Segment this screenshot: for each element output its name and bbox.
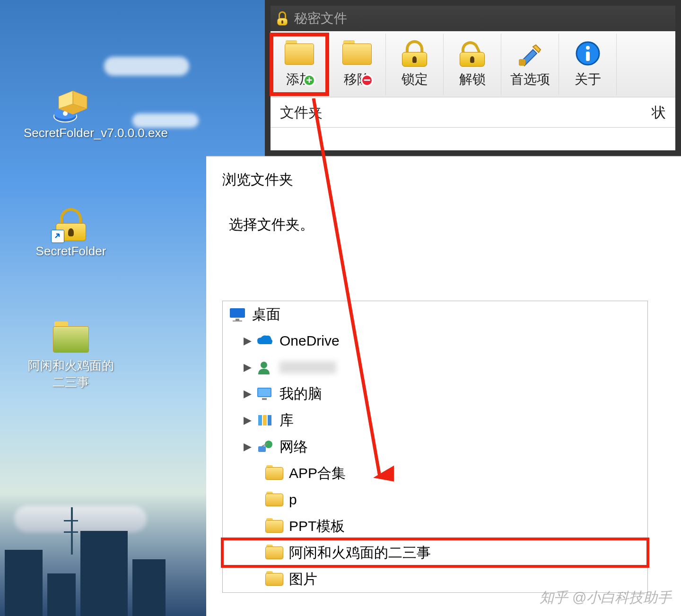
folder-remove-icon: −	[342, 40, 372, 67]
expander-icon[interactable]: ▶	[244, 389, 253, 399]
svg-rect-16	[262, 398, 267, 400]
watermark-text: 知乎 @小白科技助手	[540, 588, 672, 607]
tree-node-label: p	[289, 493, 297, 507]
tools-icon	[515, 40, 545, 67]
tree-item-mypc[interactable]: ▶ 我的脑	[223, 381, 647, 407]
add-button[interactable]: + 添加	[271, 34, 328, 95]
library-icon	[256, 412, 274, 428]
tree-node-label: 图片	[289, 572, 317, 586]
svg-rect-12	[233, 321, 242, 321]
tree-subfolder[interactable]: p	[223, 486, 647, 513]
tree-item-onedrive[interactable]: ▶ OneDrive	[223, 328, 647, 354]
dialog-prompt: 选择文件夹。	[206, 196, 681, 244]
tree-node-label: 桌面	[252, 307, 280, 321]
tree-item-libraries[interactable]: ▶ 库	[223, 407, 647, 434]
tree-subfolder[interactable]: PPT模板	[223, 513, 647, 539]
user-icon	[256, 359, 274, 375]
browse-folder-dialog: 浏览文件夹 选择文件夹。 桌面 ▶ OneDrive ▶ ▶	[206, 156, 681, 616]
button-label: 关于	[575, 70, 601, 88]
monitor-icon	[228, 306, 246, 322]
lock-closed-icon	[400, 40, 429, 67]
prefs-button[interactable]: 首选项	[501, 34, 559, 95]
tree-node-label: PPT模板	[289, 519, 345, 533]
folder-icon	[265, 545, 283, 561]
tree-node-label: 我的脑	[279, 387, 322, 401]
box-installer-icon	[53, 90, 89, 123]
tree-root-desktop[interactable]: 桌面	[223, 301, 647, 328]
svg-rect-17	[258, 415, 262, 425]
button-label: 首选项	[510, 70, 550, 88]
app-window: 秘密文件 + 添加 − 移除 锁定 解锁	[265, 0, 681, 156]
city-silhouette	[0, 493, 208, 616]
tree-subfolder-selected[interactable]: 阿闲和火鸡面的二三事	[223, 539, 647, 566]
info-icon	[573, 40, 602, 67]
tree-node-label: 阿闲和火鸡面的二三事	[289, 546, 431, 560]
expander-icon[interactable]: ▶	[244, 442, 253, 452]
column-folder[interactable]: 文件夹	[280, 103, 323, 121]
tree-item-user[interactable]: ▶	[223, 354, 647, 381]
svg-rect-10	[230, 308, 245, 318]
desktop-icon-label: SecretFolder_v7.0.0.0.exe	[24, 126, 168, 140]
pc-icon	[256, 386, 274, 402]
list-column-headers: 文件夹 状	[271, 97, 675, 128]
network-icon	[256, 439, 274, 455]
dialog-title: 浏览文件夹	[206, 157, 681, 196]
desktop-background: SecretFolder_v7.0.0.0.exe SecretFolder 阿…	[0, 0, 208, 616]
desktop-icon-label: 阿闲和火鸡面的二三事	[28, 358, 114, 389]
folder-tree[interactable]: 桌面 ▶ OneDrive ▶ ▶ 我的脑 ▶	[222, 301, 648, 593]
folder-icon	[265, 492, 283, 508]
cloud-icon	[256, 333, 274, 349]
tree-item-network[interactable]: ▶ 网络	[223, 434, 647, 460]
svg-rect-18	[263, 415, 267, 425]
svg-rect-19	[268, 415, 271, 425]
tree-node-label: OneDrive	[279, 334, 340, 348]
expander-icon[interactable]: ▶	[244, 336, 253, 346]
window-title: 秘密文件	[294, 9, 347, 27]
expander-icon[interactable]: ▶	[244, 415, 253, 425]
button-label: 解锁	[459, 70, 486, 88]
expander-icon[interactable]: ▶	[244, 362, 253, 373]
about-button[interactable]: 关于	[559, 34, 617, 95]
lock-button[interactable]: 锁定	[386, 34, 444, 95]
unlock-button[interactable]: 解锁	[444, 34, 501, 95]
svg-point-8	[586, 46, 590, 50]
folder-icon	[265, 465, 283, 481]
cloud-decoration	[104, 57, 189, 76]
folder-add-icon: +	[285, 40, 314, 67]
tree-node-label: APP合集	[289, 466, 346, 480]
folder-icon	[265, 518, 283, 534]
desktop-icon-folder[interactable]: 阿闲和火鸡面的二三事	[24, 321, 118, 390]
tree-node-label: 网络	[279, 440, 308, 454]
button-label: 锁定	[402, 70, 428, 88]
tree-subfolder[interactable]: APP合集	[223, 460, 647, 486]
folder-icon	[53, 321, 89, 355]
lock-icon	[276, 11, 288, 26]
svg-rect-9	[586, 52, 590, 61]
svg-rect-6	[519, 59, 525, 66]
remove-button[interactable]: − 移除	[328, 34, 386, 95]
tree-node-label	[279, 361, 336, 373]
tree-node-label: 库	[279, 413, 294, 427]
svg-point-13	[261, 362, 267, 368]
svg-rect-15	[258, 389, 271, 396]
svg-rect-11	[236, 319, 239, 321]
column-status[interactable]: 状	[652, 103, 666, 121]
desktop-icon-installer[interactable]: SecretFolder_v7.0.0.0.exe	[24, 90, 118, 140]
folder-icon	[265, 571, 283, 587]
desktop-icon-label: SecretFolder	[36, 244, 106, 258]
lock-shortcut-icon	[53, 208, 89, 241]
svg-rect-20	[258, 446, 266, 452]
window-titlebar[interactable]: 秘密文件	[271, 6, 675, 31]
desktop-icon-shortcut[interactable]: SecretFolder	[24, 208, 118, 259]
toolbar: + 添加 − 移除 锁定 解锁	[271, 31, 675, 97]
lock-open-icon	[458, 40, 487, 67]
